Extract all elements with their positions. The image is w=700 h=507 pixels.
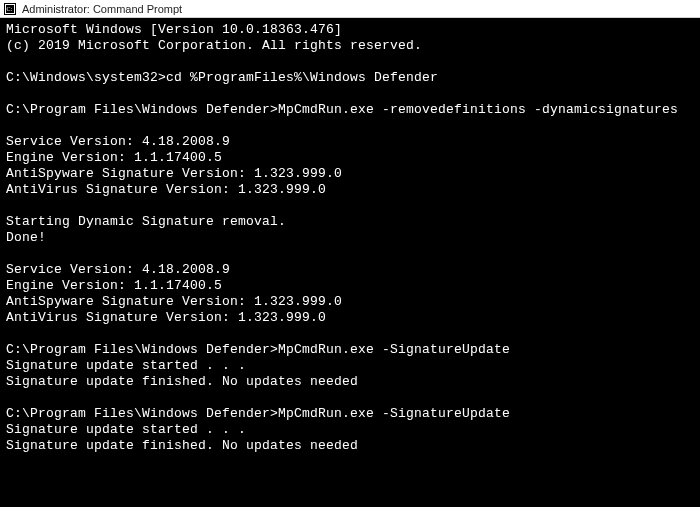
terminal-line: Engine Version: 1.1.17400.5 <box>6 278 694 294</box>
terminal-line <box>6 326 694 342</box>
terminal-line: Microsoft Windows [Version 10.0.18363.47… <box>6 22 694 38</box>
terminal-output[interactable]: Microsoft Windows [Version 10.0.18363.47… <box>0 18 700 507</box>
titlebar[interactable]: C: Administrator: Command Prompt <box>0 0 700 18</box>
terminal-line: Signature update started . . . <box>6 358 694 374</box>
terminal-line: Done! <box>6 230 694 246</box>
terminal-line: AntiSpyware Signature Version: 1.323.999… <box>6 166 694 182</box>
terminal-line: Starting Dynamic Signature removal. <box>6 214 694 230</box>
terminal-line: Signature update started . . . <box>6 422 694 438</box>
terminal-line: Service Version: 4.18.2008.9 <box>6 134 694 150</box>
terminal-line: AntiVirus Signature Version: 1.323.999.0 <box>6 310 694 326</box>
terminal-line: AntiVirus Signature Version: 1.323.999.0 <box>6 182 694 198</box>
terminal-line: Service Version: 4.18.2008.9 <box>6 262 694 278</box>
terminal-line: (c) 2019 Microsoft Corporation. All righ… <box>6 38 694 54</box>
cmd-icon: C: <box>4 3 16 15</box>
svg-text:C:: C: <box>7 6 13 12</box>
terminal-line <box>6 246 694 262</box>
terminal-line: Signature update finished. No updates ne… <box>6 374 694 390</box>
terminal-line: C:\Windows\system32>cd %ProgramFiles%\Wi… <box>6 70 694 86</box>
terminal-line: AntiSpyware Signature Version: 1.323.999… <box>6 294 694 310</box>
terminal-line <box>6 54 694 70</box>
terminal-line: C:\Program Files\Windows Defender>MpCmdR… <box>6 406 694 422</box>
terminal-line <box>6 390 694 406</box>
terminal-line: C:\Program Files\Windows Defender>MpCmdR… <box>6 342 694 358</box>
terminal-line: Engine Version: 1.1.17400.5 <box>6 150 694 166</box>
terminal-line: Signature update finished. No updates ne… <box>6 438 694 454</box>
terminal-line <box>6 198 694 214</box>
terminal-line <box>6 118 694 134</box>
terminal-line: C:\Program Files\Windows Defender>MpCmdR… <box>6 102 694 118</box>
terminal-line <box>6 86 694 102</box>
cmd-window: C: Administrator: Command Prompt Microso… <box>0 0 700 507</box>
window-title: Administrator: Command Prompt <box>22 3 182 15</box>
